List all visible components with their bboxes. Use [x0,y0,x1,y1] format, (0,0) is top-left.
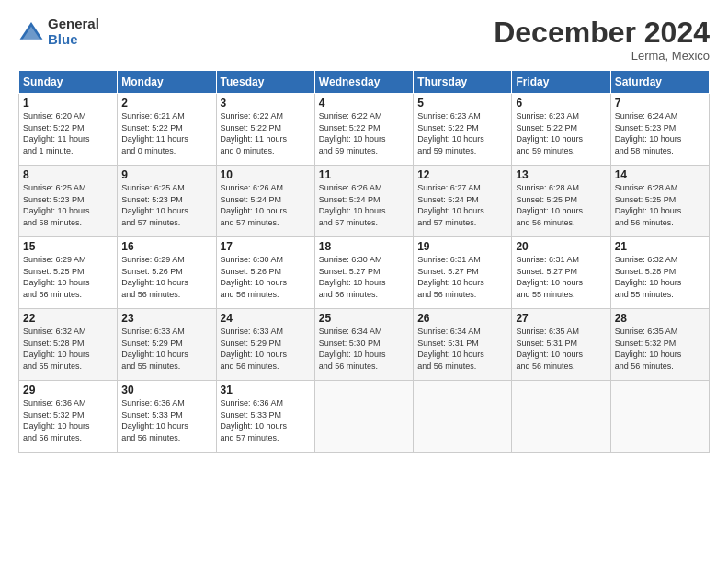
week-row-1: 1Sunrise: 6:20 AM Sunset: 5:22 PM Daylig… [19,94,710,166]
day-number: 7 [615,97,705,109]
logo-text: General Blue [48,17,99,47]
day-number: 4 [319,97,409,109]
day-detail: Sunrise: 6:36 AM Sunset: 5:32 PM Dayligh… [23,397,113,443]
cell-w1-d2: 2Sunrise: 6:21 AM Sunset: 5:22 PM Daylig… [118,94,216,166]
day-number: 20 [516,240,606,253]
cell-w1-d4: 4Sunrise: 6:22 AM Sunset: 5:22 PM Daylig… [314,94,413,166]
cell-w2-d5: 12Sunrise: 6:27 AM Sunset: 5:24 PM Dayli… [414,166,512,237]
day-number: 29 [23,384,113,396]
day-detail: Sunrise: 6:34 AM Sunset: 5:30 PM Dayligh… [319,326,409,372]
day-detail: Sunrise: 6:25 AM Sunset: 5:23 PM Dayligh… [23,182,113,228]
day-detail: Sunrise: 6:30 AM Sunset: 5:27 PM Dayligh… [319,254,409,300]
day-number: 26 [417,312,507,325]
cell-w3-d4: 18Sunrise: 6:30 AM Sunset: 5:27 PM Dayli… [314,237,413,309]
day-number: 6 [516,97,606,109]
logo-general-text: General [48,17,99,32]
col-thursday: Thursday [414,71,512,94]
day-detail: Sunrise: 6:32 AM Sunset: 5:28 PM Dayligh… [615,254,705,300]
day-detail: Sunrise: 6:29 AM Sunset: 5:26 PM Dayligh… [121,254,211,300]
cell-w4-d7: 28Sunrise: 6:35 AM Sunset: 5:32 PM Dayli… [610,309,709,381]
day-number: 21 [615,240,705,253]
month-title: December 2024 [494,17,710,49]
day-detail: Sunrise: 6:20 AM Sunset: 5:22 PM Dayligh… [23,110,113,156]
day-number: 17 [221,240,311,253]
day-number: 1 [23,97,113,109]
day-number: 14 [615,168,705,181]
day-number: 5 [417,97,507,109]
col-sunday: Sunday [19,71,118,94]
cell-w5-d4 [314,381,413,453]
day-number: 19 [417,240,507,253]
week-row-3: 15Sunrise: 6:29 AM Sunset: 5:25 PM Dayli… [19,237,710,309]
day-detail: Sunrise: 6:31 AM Sunset: 5:27 PM Dayligh… [417,254,507,300]
day-detail: Sunrise: 6:30 AM Sunset: 5:26 PM Dayligh… [221,254,311,300]
day-number: 15 [23,240,113,253]
cell-w3-d2: 16Sunrise: 6:29 AM Sunset: 5:26 PM Dayli… [118,237,216,309]
cell-w5-d2: 30Sunrise: 6:36 AM Sunset: 5:33 PM Dayli… [118,381,216,453]
week-row-5: 29Sunrise: 6:36 AM Sunset: 5:32 PM Dayli… [19,381,710,453]
location: Lerma, Mexico [494,49,710,63]
cell-w3-d7: 21Sunrise: 6:32 AM Sunset: 5:28 PM Dayli… [610,237,709,309]
cell-w1-d7: 7Sunrise: 6:24 AM Sunset: 5:23 PM Daylig… [610,94,709,166]
day-detail: Sunrise: 6:26 AM Sunset: 5:24 PM Dayligh… [221,182,311,228]
cell-w5-d7 [610,381,709,453]
cell-w2-d7: 14Sunrise: 6:28 AM Sunset: 5:25 PM Dayli… [610,166,709,237]
cell-w3-d6: 20Sunrise: 6:31 AM Sunset: 5:27 PM Dayli… [512,237,610,309]
week-row-2: 8Sunrise: 6:25 AM Sunset: 5:23 PM Daylig… [19,166,710,237]
col-saturday: Saturday [610,71,709,94]
cell-w1-d5: 5Sunrise: 6:23 AM Sunset: 5:22 PM Daylig… [414,94,512,166]
day-detail: Sunrise: 6:26 AM Sunset: 5:24 PM Dayligh… [319,182,409,228]
day-detail: Sunrise: 6:23 AM Sunset: 5:22 PM Dayligh… [417,110,507,156]
week-row-4: 22Sunrise: 6:32 AM Sunset: 5:28 PM Dayli… [19,309,710,381]
day-detail: Sunrise: 6:23 AM Sunset: 5:22 PM Dayligh… [516,110,606,156]
day-number: 8 [23,168,113,181]
cell-w4-d4: 25Sunrise: 6:34 AM Sunset: 5:30 PM Dayli… [314,309,413,381]
column-headers: Sunday Monday Tuesday Wednesday Thursday… [19,71,710,94]
cell-w2-d2: 9Sunrise: 6:25 AM Sunset: 5:23 PM Daylig… [118,166,216,237]
day-number: 16 [121,240,211,253]
day-detail: Sunrise: 6:22 AM Sunset: 5:22 PM Dayligh… [319,110,409,156]
cell-w1-d3: 3Sunrise: 6:22 AM Sunset: 5:22 PM Daylig… [216,94,314,166]
logo-blue-text: Blue [48,32,99,48]
day-detail: Sunrise: 6:36 AM Sunset: 5:33 PM Dayligh… [221,397,311,443]
calendar-page: General Blue December 2024 Lerma, Mexico… [0,0,728,462]
cell-w4-d1: 22Sunrise: 6:32 AM Sunset: 5:28 PM Dayli… [19,309,118,381]
cell-w3-d5: 19Sunrise: 6:31 AM Sunset: 5:27 PM Dayli… [414,237,512,309]
day-number: 27 [516,312,606,325]
col-monday: Monday [118,71,216,94]
header: General Blue December 2024 Lerma, Mexico [18,17,710,63]
cell-w5-d1: 29Sunrise: 6:36 AM Sunset: 5:32 PM Dayli… [19,381,118,453]
cell-w3-d1: 15Sunrise: 6:29 AM Sunset: 5:25 PM Dayli… [19,237,118,309]
cell-w5-d5 [414,381,512,453]
title-block: December 2024 Lerma, Mexico [494,17,710,63]
cell-w1-d6: 6Sunrise: 6:23 AM Sunset: 5:22 PM Daylig… [512,94,610,166]
day-number: 23 [121,312,211,325]
cell-w4-d6: 27Sunrise: 6:35 AM Sunset: 5:31 PM Dayli… [512,309,610,381]
cell-w2-d4: 11Sunrise: 6:26 AM Sunset: 5:24 PM Dayli… [314,166,413,237]
day-detail: Sunrise: 6:33 AM Sunset: 5:29 PM Dayligh… [221,326,311,372]
cell-w2-d3: 10Sunrise: 6:26 AM Sunset: 5:24 PM Dayli… [216,166,314,237]
day-detail: Sunrise: 6:35 AM Sunset: 5:32 PM Dayligh… [615,326,705,372]
day-number: 30 [121,384,211,396]
cell-w2-d6: 13Sunrise: 6:28 AM Sunset: 5:25 PM Dayli… [512,166,610,237]
day-number: 10 [221,168,311,181]
day-number: 13 [516,168,606,181]
day-detail: Sunrise: 6:34 AM Sunset: 5:31 PM Dayligh… [417,326,507,372]
calendar-table: Sunday Monday Tuesday Wednesday Thursday… [18,70,710,453]
day-number: 24 [221,312,311,325]
day-detail: Sunrise: 6:36 AM Sunset: 5:33 PM Dayligh… [121,397,211,443]
logo: General Blue [18,17,99,47]
cell-w2-d1: 8Sunrise: 6:25 AM Sunset: 5:23 PM Daylig… [19,166,118,237]
day-number: 31 [221,384,311,396]
day-detail: Sunrise: 6:29 AM Sunset: 5:25 PM Dayligh… [23,254,113,300]
day-detail: Sunrise: 6:22 AM Sunset: 5:22 PM Dayligh… [221,110,311,156]
cell-w3-d3: 17Sunrise: 6:30 AM Sunset: 5:26 PM Dayli… [216,237,314,309]
cell-w4-d2: 23Sunrise: 6:33 AM Sunset: 5:29 PM Dayli… [118,309,216,381]
day-number: 12 [417,168,507,181]
day-detail: Sunrise: 6:33 AM Sunset: 5:29 PM Dayligh… [121,326,211,372]
col-tuesday: Tuesday [216,71,314,94]
day-number: 9 [121,168,211,181]
day-detail: Sunrise: 6:25 AM Sunset: 5:23 PM Dayligh… [121,182,211,228]
col-wednesday: Wednesday [314,71,413,94]
day-detail: Sunrise: 6:32 AM Sunset: 5:28 PM Dayligh… [23,326,113,372]
